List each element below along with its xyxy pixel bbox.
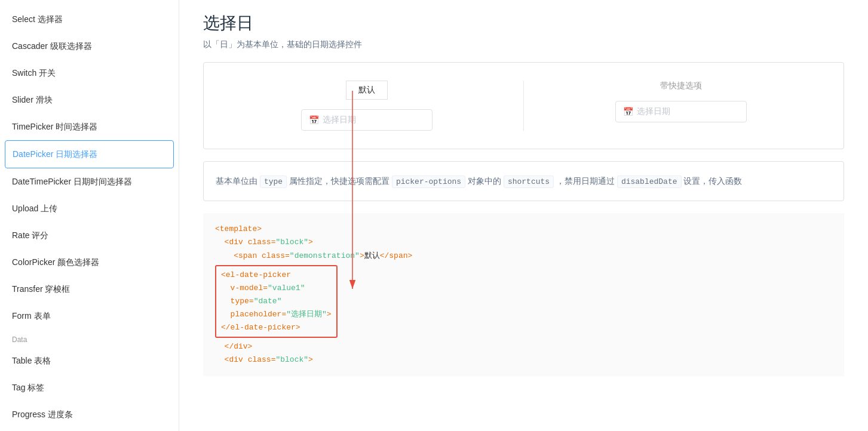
page-title: 选择日 — [203, 12, 844, 35]
date-placeholder-default: 选择日期 — [323, 115, 356, 125]
desc-text-2: 属性指定，快捷选项需配置 — [289, 176, 392, 186]
sidebar-item-upload[interactable]: Upload 上传 — [0, 195, 179, 222]
sidebar-item-form[interactable]: Form 表单 — [0, 303, 179, 330]
main-content: 选择日 以「日」为基本单位，基础的日期选择控件 默认 📅 选择日期 带快捷选项 — [179, 0, 868, 431]
demo-box: 默认 📅 选择日期 带快捷选项 📅 选择日期 — [203, 62, 844, 149]
description-box: 基本单位由 type 属性指定，快捷选项需配置 picker-options 对… — [203, 161, 844, 201]
column-divider — [523, 81, 524, 131]
code-line-2: <div class="block"> — [215, 236, 832, 249]
code-line-8: </el-date-picker> — [221, 321, 332, 334]
code-highlight-block: <el-date-picker v-model="value1" type="d… — [215, 265, 338, 338]
date-input-shortcut[interactable]: 📅 选择日期 — [615, 101, 747, 122]
desc-code-shortcuts: shortcuts — [504, 176, 554, 188]
desc-text-4: ，禁用日期通过 — [556, 176, 617, 186]
date-input-default[interactable]: 📅 选择日期 — [301, 109, 433, 131]
sidebar-item-slider[interactable]: Slider 滑块 — [0, 87, 179, 113]
sidebar-item-timepicker[interactable]: TimePicker 时间选择器 — [0, 113, 179, 140]
code-line-10: <div class="block"> — [215, 353, 832, 367]
calendar-icon: 📅 — [309, 115, 319, 125]
sidebar-item-switch[interactable]: Switch 开关 — [0, 60, 179, 87]
default-label: 默认 — [346, 81, 388, 100]
code-line-6: type="date" — [221, 295, 332, 308]
code-line-5: v-model="value1" — [221, 282, 332, 295]
desc-text-3: 对象中的 — [468, 176, 504, 186]
demo-col-shortcut: 带快捷选项 📅 选择日期 — [530, 81, 832, 122]
data-section-label: Data — [0, 330, 179, 347]
sidebar-item-tag[interactable]: Tag 标签 — [0, 374, 179, 401]
sidebar-item-table[interactable]: Table 表格 — [0, 347, 179, 374]
code-line-4: <el-date-picker — [221, 269, 332, 282]
sidebar-item-transfer[interactable]: Transfer 穿梭框 — [0, 276, 179, 303]
sidebar-item-cascader[interactable]: Cascader 级联选择器 — [0, 33, 179, 60]
sidebar: Select 选择器 Cascader 级联选择器 Switch 开关 Slid… — [0, 0, 179, 431]
desc-code-type: type — [260, 176, 287, 188]
code-line-1: <template> — [215, 223, 832, 236]
shortcut-label: 带快捷选项 — [660, 81, 702, 91]
date-placeholder-shortcut: 选择日期 — [637, 106, 670, 117]
desc-text-5: 设置，传入函数 — [683, 176, 742, 186]
sidebar-item-colorpicker[interactable]: ColorPicker 颜色选择器 — [0, 249, 179, 276]
sidebar-item-datepicker[interactable]: DatePicker 日期选择器 — [5, 140, 174, 168]
code-line-7: placeholder="选择日期"> — [221, 308, 332, 321]
code-line-9: </div> — [215, 340, 832, 353]
code-line-3: <span class="demonstration">默认</span> — [215, 250, 832, 263]
demo-section-wrapper: 默认 📅 选择日期 带快捷选项 📅 选择日期 — [203, 62, 844, 149]
page-subtitle: 以「日」为基本单位，基础的日期选择控件 — [203, 39, 844, 50]
desc-code-disabled-date: disabledDate — [617, 176, 682, 188]
demo-row: 默认 📅 选择日期 带快捷选项 📅 选择日期 — [204, 63, 844, 149]
sidebar-item-progress[interactable]: Progress 进度条 — [0, 401, 179, 428]
desc-text-1: 基本单位由 — [216, 176, 260, 186]
code-block: <template> <div class="block"> <span cla… — [203, 213, 844, 376]
sidebar-item-select[interactable]: Select 选择器 — [0, 6, 179, 33]
sidebar-item-datetimepicker[interactable]: DateTimePicker 日期时间选择器 — [0, 168, 179, 195]
calendar-icon-2: 📅 — [623, 107, 633, 116]
demo-col-default: 默认 📅 选择日期 — [216, 81, 517, 131]
desc-code-picker-options: picker-options — [392, 176, 465, 188]
sidebar-item-rate[interactable]: Rate 评分 — [0, 222, 179, 249]
